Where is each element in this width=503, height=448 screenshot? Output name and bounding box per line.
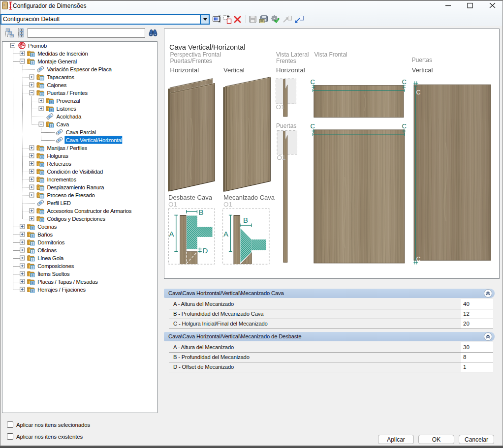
svg-text:Refuerzos: Refuerzos <box>47 161 71 167</box>
svg-text:Cava: Cava <box>57 121 69 127</box>
svg-text:Promob: Promob <box>28 43 47 49</box>
svg-text:Perfil LED: Perfil LED <box>47 200 70 206</box>
svg-text:Frentes: Frentes <box>276 58 296 64</box>
svg-text:C: C <box>416 89 421 96</box>
svg-text:Cava Vertical/Horizontal: Cava Vertical/Horizontal <box>169 43 245 51</box>
svg-text:Cajones: Cajones <box>47 82 66 88</box>
svg-text:Puertas: Puertas <box>412 57 432 63</box>
svg-text:Placas / Tapas / Mesadas: Placas / Tapas / Mesadas <box>37 279 98 285</box>
svg-text:Perspectiva Frontal: Perspectiva Frontal <box>170 51 221 58</box>
svg-text:Vertical: Vertical <box>412 66 433 74</box>
svg-text:Desbaste Cava: Desbaste Cava <box>168 194 213 201</box>
svg-text:Proceso de Fresado: Proceso de Fresado <box>47 192 94 198</box>
svg-text:Provenzal: Provenzal <box>57 98 80 104</box>
svg-text:Montaje General: Montaje General <box>37 59 77 64</box>
svg-text:Puertas / Frentes: Puertas / Frentes <box>47 90 88 96</box>
svg-text:Cava Parcial: Cava Parcial <box>66 129 96 135</box>
svg-text:Oficinas: Oficinas <box>37 247 57 253</box>
svg-text:Acolchada: Acolchada <box>57 114 82 119</box>
svg-text:C: C <box>402 122 407 130</box>
svg-text:Herrajes / Fijaciones: Herrajes / Fijaciones <box>37 287 86 293</box>
svg-text:Códigos y Descripciones: Códigos y Descripciones <box>47 216 105 222</box>
svg-text:Medidas de Inserción: Medidas de Inserción <box>37 51 88 57</box>
svg-text:C: C <box>416 256 421 263</box>
svg-text:A: A <box>223 230 228 238</box>
svg-text:O1: O1 <box>277 154 286 161</box>
svg-text:Variación Espesor de Placa: Variación Espesor de Placa <box>47 66 112 72</box>
svg-text:B: B <box>199 208 204 216</box>
svg-text:C: C <box>402 78 407 86</box>
svg-text:Puertas/Frentes: Puertas/Frentes <box>170 58 212 64</box>
svg-text:Cocinas: Cocinas <box>37 224 57 230</box>
svg-text:Mecanizado Cava: Mecanizado Cava <box>223 194 275 201</box>
svg-text:Desplazamiento Ranura: Desplazamiento Ranura <box>47 184 104 190</box>
svg-text:C: C <box>311 122 315 130</box>
svg-text:Dormitorios: Dormitorios <box>37 239 65 245</box>
svg-text:Vista Lateral: Vista Lateral <box>276 51 309 58</box>
svg-text:O1: O1 <box>168 201 177 208</box>
svg-text:Baños: Baños <box>37 232 53 238</box>
svg-text:B: B <box>243 216 248 224</box>
svg-text:Línea Gola: Línea Gola <box>37 255 64 261</box>
svg-text:O1: O1 <box>276 103 285 111</box>
svg-text:Manijas / Perfiles: Manijas / Perfiles <box>47 145 87 151</box>
svg-text:Horizontal: Horizontal <box>276 66 305 74</box>
svg-text:C: C <box>311 78 315 86</box>
svg-text:D: D <box>203 246 208 255</box>
svg-text:Composiciones: Composiciones <box>37 263 74 269</box>
svg-text:Vista Frontal: Vista Frontal <box>314 51 347 58</box>
svg-text:Cava Vertical/Horizontal: Cava Vertical/Horizontal <box>66 137 123 143</box>
svg-text:Ítems Sueltos: Ítems Sueltos <box>37 271 70 277</box>
svg-text:Horizontal: Horizontal <box>170 66 199 74</box>
svg-text:O1: O1 <box>223 201 232 208</box>
svg-text:Incrementos: Incrementos <box>47 177 76 182</box>
svg-text:Holguras: Holguras <box>47 153 68 159</box>
svg-text:Vertical: Vertical <box>223 66 245 74</box>
svg-text:Tapacantos: Tapacantos <box>47 74 74 80</box>
svg-text:Listones: Listones <box>57 106 77 112</box>
svg-text:Accesorios Constructor de Arma: Accesorios Constructor de Armarios <box>47 208 131 214</box>
svg-text:Puertas: Puertas <box>276 122 296 129</box>
svg-text:A: A <box>169 230 174 238</box>
svg-text:Condición de Visibilidad: Condición de Visibilidad <box>47 169 103 175</box>
